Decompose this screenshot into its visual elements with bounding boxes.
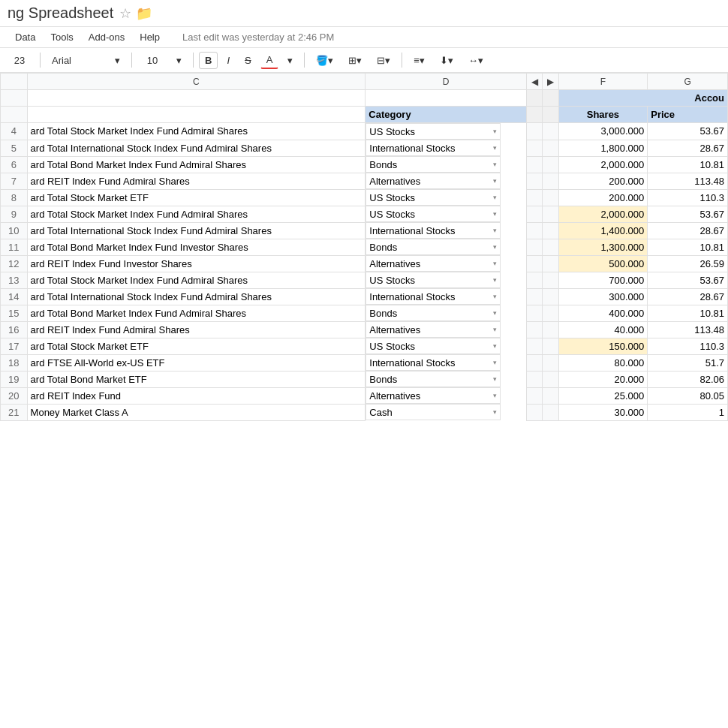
col-header-c[interactable]: C <box>27 74 366 90</box>
shares-cell[interactable]: 500.000 <box>558 255 648 272</box>
fund-name-cell[interactable]: Money Market Class A <box>27 404 366 420</box>
price-cell[interactable]: 51.7 <box>648 354 728 371</box>
category-dropdown-icon[interactable]: ▾ <box>493 194 497 201</box>
merge-button[interactable]: ⊟▾ <box>371 52 396 69</box>
menu-help[interactable]: Help <box>132 29 167 46</box>
align-button[interactable]: ≡▾ <box>408 52 431 69</box>
shares-cell[interactable]: 2,000.000 <box>558 156 648 173</box>
category-cell[interactable]: Alternatives▾ <box>366 173 501 189</box>
cell-reference[interactable]: 23 <box>5 52 35 69</box>
category-cell[interactable]: US Stocks▾ <box>366 189 501 206</box>
category-dropdown-icon[interactable]: ▾ <box>493 144 497 152</box>
font-name-selector[interactable]: Arial <box>46 52 106 69</box>
category-cell[interactable]: Alternatives▾ <box>366 387 501 404</box>
fund-name-cell[interactable]: ard Total Bond Market ETF <box>27 371 366 387</box>
price-cell[interactable]: 80.05 <box>648 387 728 404</box>
shares-cell[interactable]: 25.000 <box>558 387 648 404</box>
shares-cell[interactable]: 30.000 <box>558 404 648 420</box>
italic-button[interactable]: I <box>221 52 236 69</box>
category-dropdown-icon[interactable]: ▾ <box>493 128 497 135</box>
fund-name-cell[interactable]: ard REIT Index Fund Admiral Shares <box>27 321 366 338</box>
col-header-g[interactable]: G <box>648 74 728 90</box>
shares-cell[interactable]: 200.000 <box>558 189 648 206</box>
font-name-dropdown[interactable]: ▾ <box>109 52 126 69</box>
category-dropdown-icon[interactable]: ▾ <box>493 227 497 234</box>
price-cell[interactable]: 110.3 <box>648 189 728 206</box>
category-cell[interactable]: International Stocks▾ <box>366 140 501 156</box>
price-cell[interactable]: 53.67 <box>648 123 728 140</box>
category-cell[interactable]: Cash▾ <box>366 404 501 420</box>
fund-name-cell[interactable]: ard Total International Stock Index Fund… <box>27 140 366 156</box>
category-dropdown-icon[interactable]: ▾ <box>493 177 497 185</box>
shares-cell[interactable]: 200.000 <box>558 173 648 189</box>
shares-cell[interactable]: 80.000 <box>558 354 648 371</box>
shares-cell[interactable]: 1,300.000 <box>558 239 648 255</box>
menu-tools[interactable]: Tools <box>43 29 80 46</box>
font-size-selector[interactable]: 10 <box>137 52 167 69</box>
folder-icon[interactable]: 📁 <box>136 5 152 22</box>
category-cell[interactable]: Bonds▾ <box>366 305 501 321</box>
category-dropdown-icon[interactable]: ▾ <box>493 243 497 251</box>
fund-name-cell[interactable]: ard Total Stock Market ETF <box>27 189 366 206</box>
category-cell[interactable]: Bonds▾ <box>366 371 501 387</box>
borders-button[interactable]: ⊞▾ <box>342 52 368 69</box>
price-cell[interactable]: 28.67 <box>648 222 728 239</box>
fund-name-cell[interactable]: ard FTSE All-World ex-US ETF <box>27 354 366 371</box>
shares-cell[interactable]: 400.000 <box>558 305 648 321</box>
fund-name-cell[interactable]: ard Total Bond Market Index Fund Investo… <box>27 239 366 255</box>
fund-name-cell[interactable]: ard Total Stock Market ETF <box>27 338 366 354</box>
category-cell[interactable]: Alternatives▾ <box>366 255 501 272</box>
price-cell[interactable]: 1 <box>648 404 728 420</box>
price-cell[interactable]: 26.59 <box>648 255 728 272</box>
fund-name-cell[interactable]: ard Total Stock Market Index Fund Admira… <box>27 123 366 140</box>
col-header-f[interactable]: F <box>558 74 648 90</box>
category-dropdown-icon[interactable]: ▾ <box>493 392 497 399</box>
fund-name-cell[interactable]: ard Total Bond Market Index Fund Admiral… <box>27 305 366 321</box>
star-icon[interactable]: ☆ <box>119 5 131 22</box>
category-dropdown-icon[interactable]: ▾ <box>493 309 497 317</box>
bold-button[interactable]: B <box>199 52 218 69</box>
fund-name-cell[interactable]: ard Total Stock Market Index Fund Admira… <box>27 272 366 288</box>
category-cell[interactable]: US Stocks▾ <box>366 338 501 354</box>
shares-cell[interactable]: 3,000.000 <box>558 123 648 140</box>
menu-addons[interactable]: Add-ons <box>81 29 132 46</box>
price-cell[interactable]: 28.67 <box>648 288 728 305</box>
price-cell[interactable]: 53.67 <box>648 272 728 288</box>
category-dropdown-icon[interactable]: ▾ <box>493 359 497 366</box>
category-cell[interactable]: US Stocks▾ <box>366 123 501 140</box>
shares-cell[interactable]: 300.000 <box>558 288 648 305</box>
shares-cell[interactable]: 20.000 <box>558 371 648 387</box>
price-cell[interactable]: 110.3 <box>648 338 728 354</box>
underline-button[interactable]: A <box>260 51 279 69</box>
price-cell[interactable]: 82.06 <box>648 371 728 387</box>
fill-color-button[interactable]: 🪣▾ <box>310 52 339 69</box>
col-header-d[interactable]: D <box>366 74 527 90</box>
shares-cell[interactable]: 2,000.000 <box>558 206 648 222</box>
price-cell[interactable]: 10.81 <box>648 239 728 255</box>
category-dropdown-icon[interactable]: ▾ <box>493 260 497 267</box>
fund-name-cell[interactable]: ard Total International Stock Index Fund… <box>27 222 366 239</box>
category-dropdown-icon[interactable]: ▾ <box>493 210 497 218</box>
font-size-dropdown[interactable]: ▾ <box>170 52 188 69</box>
price-cell[interactable]: 113.48 <box>648 173 728 189</box>
category-dropdown-icon[interactable]: ▾ <box>493 326 497 333</box>
shares-cell[interactable]: 1,400.000 <box>558 222 648 239</box>
category-cell[interactable]: Bonds▾ <box>366 156 501 173</box>
category-dropdown-icon[interactable]: ▾ <box>493 408 497 416</box>
price-cell[interactable]: 10.81 <box>648 305 728 321</box>
price-cell[interactable]: 10.81 <box>648 156 728 173</box>
category-cell[interactable]: Alternatives▾ <box>366 321 501 338</box>
category-cell[interactable]: Bonds▾ <box>366 239 501 255</box>
shares-cell[interactable]: 40.000 <box>558 321 648 338</box>
fund-name-cell[interactable]: ard Total International Stock Index Fund… <box>27 288 366 305</box>
fund-name-cell[interactable]: ard Total Bond Market Index Fund Admiral… <box>27 156 366 173</box>
price-cell[interactable]: 28.67 <box>648 140 728 156</box>
category-dropdown-icon[interactable]: ▾ <box>493 375 497 383</box>
price-cell[interactable]: 53.67 <box>648 206 728 222</box>
menu-data[interactable]: Data <box>8 29 43 46</box>
fund-name-cell[interactable]: ard Total Stock Market Index Fund Admira… <box>27 206 366 222</box>
strikethrough-button[interactable]: S <box>239 52 257 69</box>
wrap-button[interactable]: ↔▾ <box>462 52 489 69</box>
fund-name-cell[interactable]: ard REIT Index Fund Admiral Shares <box>27 173 366 189</box>
col-header-de-left[interactable]: ◀ <box>526 74 542 90</box>
